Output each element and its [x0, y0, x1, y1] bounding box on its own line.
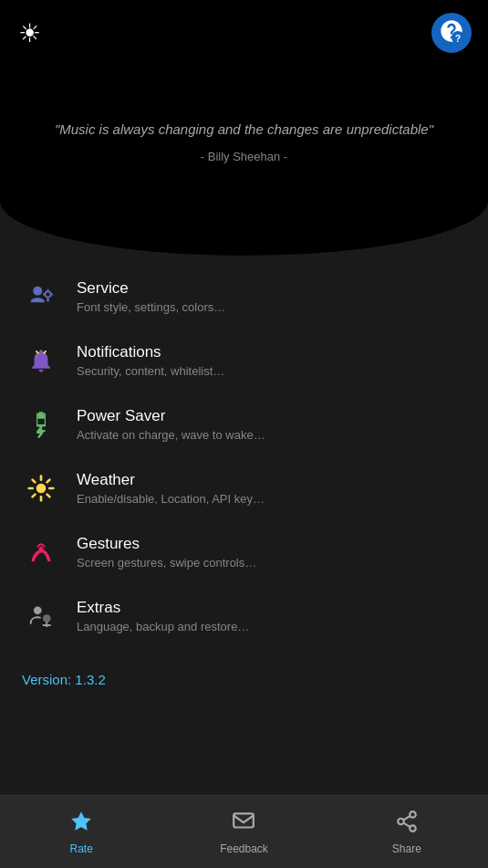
menu-item-service[interactable]: Service Font style, settings, colors… [0, 265, 488, 329]
gestures-title: Gestures [77, 535, 256, 553]
svg-point-33 [398, 818, 404, 824]
feedback-icon [232, 810, 255, 839]
weather-subtitle: Enable/disable, Location, API key… [77, 492, 265, 506]
rate-label: Rate [69, 842, 92, 855]
svg-point-25 [39, 547, 44, 551]
svg-rect-31 [234, 813, 254, 827]
gestures-subtitle: Screen gestures, swipe controls… [77, 556, 256, 570]
star-icon [69, 810, 93, 839]
svg-point-26 [34, 606, 42, 614]
gestures-text: Gestures Screen gestures, swipe controls… [77, 535, 256, 570]
version-label: Version: 1.3.2 [0, 657, 488, 702]
menu-item-extras[interactable]: Extras Language, backup and restore… [0, 584, 488, 648]
svg-line-21 [33, 480, 36, 483]
menu-item-weather[interactable]: Weather Enable/disable, Location, API ke… [0, 456, 488, 520]
quote-text: "Music is always changing and the change… [55, 120, 433, 141]
quote-author: - Billy Sheehan - [55, 150, 433, 163]
weather-icon [22, 469, 60, 507]
share-label: Share [392, 842, 421, 855]
service-title: Service [77, 279, 225, 298]
svg-point-34 [410, 825, 416, 831]
svg-point-16 [36, 484, 47, 494]
quote-container: "Music is always changing and the change… [18, 120, 470, 163]
svg-line-22 [47, 495, 50, 497]
share-icon [395, 810, 419, 839]
svg-text:+: + [36, 422, 46, 439]
help-button[interactable]: ? [431, 13, 472, 53]
power-saver-subtitle: Activate on charge, wave to wake… [77, 428, 265, 442]
svg-line-36 [403, 816, 410, 820]
notifications-text: Notifications Security, content, whiteli… [77, 343, 224, 378]
notifications-title: Notifications [77, 343, 224, 361]
menu-item-notifications[interactable]: Notifications Security, content, whiteli… [0, 329, 488, 392]
power-saver-title: Power Saver [77, 407, 265, 425]
power-saver-text: Power Saver Activate on charge, wave to … [77, 407, 265, 442]
notifications-subtitle: Security, content, whitelist… [77, 364, 224, 378]
menu-list: Service Font style, settings, colors… No… [0, 256, 488, 657]
svg-line-35 [403, 822, 410, 826]
svg-marker-30 [71, 811, 91, 831]
svg-point-2 [33, 287, 42, 296]
svg-rect-10 [37, 414, 45, 419]
menu-item-power-saver[interactable]: + Power Saver Activate on charge, wave t… [0, 392, 488, 456]
nav-share[interactable]: Share [326, 796, 488, 868]
power-saver-icon: + [22, 405, 60, 444]
svg-point-27 [43, 614, 51, 622]
svg-point-3 [45, 291, 50, 297]
weather-title: Weather [77, 471, 265, 489]
service-text: Service Font style, settings, colors… [77, 279, 225, 314]
menu-item-gestures[interactable]: Gestures Screen gestures, swipe controls… [0, 520, 488, 584]
svg-rect-11 [39, 412, 44, 414]
feedback-label: Feedback [220, 842, 268, 855]
extras-subtitle: Language, backup and restore… [77, 620, 249, 633]
nav-rate[interactable]: Rate [0, 796, 162, 868]
svg-text:?: ? [455, 32, 461, 43]
notifications-icon [22, 341, 60, 380]
bottom-nav: Rate Feedback Share [0, 795, 488, 868]
svg-line-24 [47, 480, 50, 483]
svg-point-32 [410, 811, 416, 818]
sun-icon: ☀ [18, 18, 41, 48]
extras-text: Extras Language, backup and restore… [77, 599, 249, 633]
svg-line-23 [33, 495, 36, 497]
header: ☀ ? "Music is always changing and the ch… [0, 0, 488, 256]
help-icon: ? [439, 18, 464, 48]
extras-icon [22, 597, 60, 635]
extras-title: Extras [77, 599, 249, 617]
weather-text: Weather Enable/disable, Location, API ke… [77, 471, 265, 506]
nav-feedback[interactable]: Feedback [162, 796, 325, 868]
service-icon [22, 277, 60, 316]
service-subtitle: Font style, settings, colors… [77, 300, 225, 314]
gestures-icon [22, 533, 60, 571]
